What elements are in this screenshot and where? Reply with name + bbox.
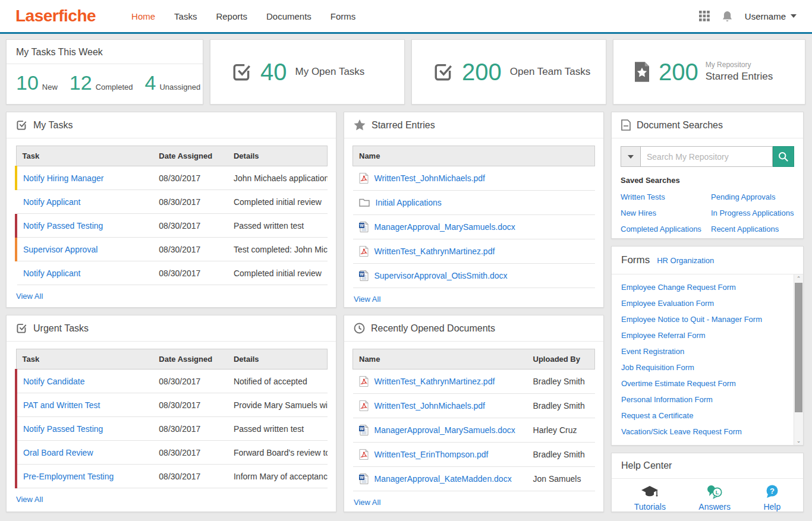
forms-panel: Forms HR Organization Employee Change Re… — [611, 246, 804, 446]
entry-link[interactable]: WrittenTest_KathrynMartinez.pdf — [374, 247, 495, 256]
nav-item-forms[interactable]: Forms — [331, 11, 356, 21]
task-link[interactable]: Notify Passed Testing — [23, 424, 103, 434]
column-header-details[interactable]: Details — [228, 349, 328, 370]
form-link[interactable]: Request a Certificate — [621, 408, 785, 424]
column-header-task[interactable]: Task — [16, 146, 153, 166]
saved-searches-heading: Saved Searches — [621, 176, 794, 185]
form-link[interactable]: Employee Evaluation Form — [621, 295, 785, 311]
task-details: Notified of accepted — [228, 370, 328, 393]
column-header-task[interactable]: Task — [16, 349, 153, 370]
recent-documents-title: Recently Opened Documents — [371, 323, 495, 334]
team-tasks-count: 200 — [462, 59, 502, 86]
form-link[interactable]: Employee Referral Form — [621, 327, 785, 343]
column-header-details[interactable]: Details — [228, 146, 328, 166]
search-bar — [621, 146, 794, 167]
forms-org-link[interactable]: HR Organization — [657, 256, 714, 265]
view-all-link[interactable]: View All — [353, 491, 382, 513]
task-link[interactable]: Notify Candidate — [23, 377, 85, 386]
task-link[interactable]: Supervisor Approval — [23, 245, 97, 254]
column-header-name[interactable]: Name — [353, 146, 595, 166]
notifications-bell-icon[interactable] — [722, 10, 733, 23]
task-date: 08/30/2017 — [153, 214, 228, 238]
uploaded-by: Bradley Smith — [527, 394, 595, 418]
stat-new-value: 10 — [16, 71, 39, 94]
saved-search-link[interactable]: Pending Approvals — [711, 189, 794, 205]
task-date: 08/30/2017 — [153, 465, 228, 488]
help-item-tutorials[interactable]: Tutorials — [634, 485, 666, 511]
help-item-help[interactable]: ? Help — [763, 485, 780, 511]
task-link[interactable]: Pre-Employment Testing — [23, 472, 114, 481]
table-row: Notify Passed Testing 08/30/2017 Passed … — [16, 417, 328, 441]
graduation-cap-icon — [641, 485, 659, 499]
form-link[interactable]: Event Registration — [621, 343, 785, 359]
task-link[interactable]: PAT and Written Test — [23, 400, 100, 410]
saved-search-link[interactable]: In Progress Applications — [711, 205, 794, 221]
document-link[interactable]: WrittenTest_JohnMichaels.pdf — [374, 401, 486, 411]
view-all-link[interactable]: View All — [15, 285, 44, 307]
saved-search-link[interactable]: New Hires — [621, 205, 711, 221]
scroll-up-arrow-icon[interactable]: ⌃ — [794, 274, 803, 283]
table-row: Notify Applicant 08/30/2017 Completed in… — [16, 190, 328, 214]
task-link[interactable]: Notify Applicant — [23, 197, 81, 207]
document-link[interactable]: ManagerApproval_KateMadden.docx — [374, 474, 512, 484]
scrollbar-thumb[interactable] — [795, 283, 802, 412]
nav-item-reports[interactable]: Reports — [216, 11, 247, 21]
task-link[interactable]: Notify Hiring Manager — [23, 173, 103, 183]
document-link[interactable]: ManagerApproval_MarySamuels.docx — [374, 425, 515, 435]
document-link[interactable]: WrittenTest_KathrynMartinez.pdf — [374, 377, 495, 386]
task-details: Forward Board's review to... — [228, 441, 328, 465]
chevron-down-icon — [628, 155, 634, 159]
column-header-date-assigned[interactable]: Date Assigned — [153, 146, 228, 166]
column-header-uploaded-by[interactable]: Uploaded By — [527, 349, 595, 370]
search-button[interactable] — [773, 146, 794, 167]
saved-search-link[interactable]: Recent Applications — [711, 221, 794, 237]
search-scope-dropdown[interactable] — [621, 146, 640, 167]
table-row: Oral Board Review 08/30/2017 Forward Boa… — [16, 441, 328, 465]
scroll-down-arrow-icon[interactable]: ⌄ — [794, 437, 803, 445]
task-link[interactable]: Notify Applicant — [23, 269, 81, 278]
task-date: 08/30/2017 — [153, 441, 228, 465]
form-link[interactable]: Overtime Estimate Request Form — [621, 375, 785, 391]
pdf-file-icon — [359, 173, 369, 184]
saved-search-link[interactable]: Completed Applications — [621, 221, 711, 237]
form-link[interactable]: Job Requisition Form — [621, 359, 785, 375]
document-link[interactable]: WrittenTest_ErinThompson.pdf — [374, 450, 489, 459]
help-item-answers[interactable]: L Answers — [698, 485, 731, 511]
star-icon — [354, 119, 366, 131]
view-all-link[interactable]: View All — [353, 288, 382, 310]
column-header-name[interactable]: Name — [353, 349, 527, 370]
app-grid-icon[interactable] — [699, 11, 710, 21]
word-file-icon — [359, 473, 369, 484]
column-header-date-assigned[interactable]: Date Assigned — [153, 349, 228, 370]
view-all-link[interactable]: View All — [15, 488, 44, 510]
saved-search-link[interactable]: Written Tests — [621, 189, 711, 205]
user-menu[interactable]: Username — [745, 11, 797, 21]
week-card-title: My Tasks This Week — [7, 40, 203, 64]
app-logo[interactable]: Laserfiche — [15, 7, 96, 26]
task-link[interactable]: Oral Board Review — [23, 448, 93, 457]
answers-icon: L — [706, 485, 723, 499]
form-link[interactable]: Vacation/Sick Leave Request Form — [621, 424, 785, 440]
nav-item-home[interactable]: Home — [131, 11, 155, 21]
entry-link[interactable]: ManagerApproval_MarySamuels.docx — [374, 222, 515, 232]
starred-entries-title: Starred Entries — [372, 120, 435, 131]
task-link[interactable]: Notify Passed Testing — [23, 221, 103, 230]
form-link[interactable]: Employee Notice to Quit - Manager Form — [621, 311, 785, 327]
entry-link[interactable]: Initial Applications — [376, 198, 442, 207]
task-details: John Michaels application... — [228, 166, 328, 190]
form-link[interactable]: Personal Information Form — [621, 391, 785, 408]
search-input[interactable] — [640, 146, 773, 167]
table-row: WrittenTest_JohnMichaels.pdf — [353, 166, 595, 191]
task-date: 08/30/2017 — [153, 393, 228, 417]
task-details: Inform Mary of acceptance... — [228, 465, 328, 488]
entry-link[interactable]: WrittenTest_JohnMichaels.pdf — [374, 173, 486, 183]
forms-scrollbar[interactable]: ⌃ ⌄ — [794, 274, 803, 445]
nav-item-documents[interactable]: Documents — [266, 11, 311, 21]
checkbox-check-icon — [16, 119, 27, 131]
help-item-label: Answers — [698, 502, 731, 511]
form-link[interactable]: Employee Change Request Form — [621, 279, 785, 295]
svg-text:?: ? — [770, 487, 775, 495]
nav-item-tasks[interactable]: Tasks — [174, 11, 197, 21]
table-row: ManagerApproval_MarySamuels.docx — [353, 215, 595, 239]
entry-link[interactable]: SupervisorApproval_OtisSmith.docx — [374, 271, 508, 280]
